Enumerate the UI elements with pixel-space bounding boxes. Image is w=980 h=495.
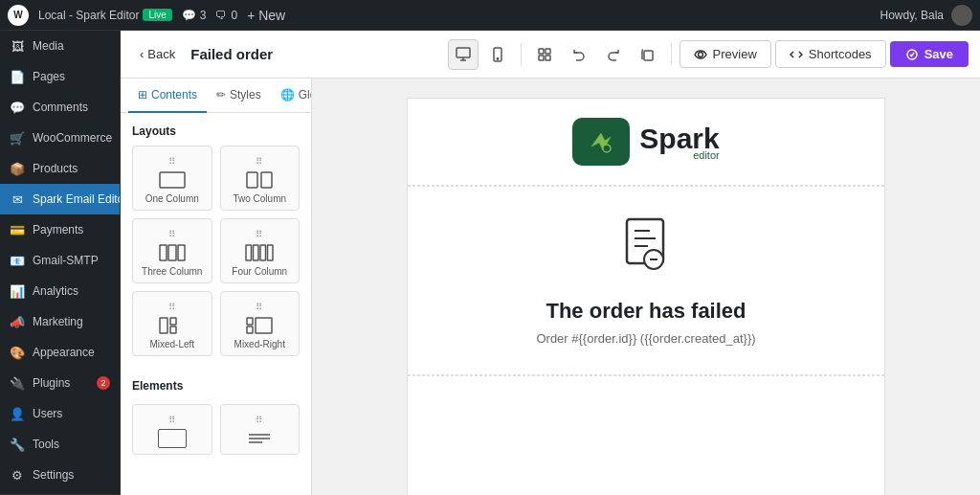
element-item-1[interactable]: ⠿ <box>132 404 212 455</box>
svg-rect-23 <box>170 318 176 325</box>
sidebar-item-label: Analytics <box>33 284 78 298</box>
order-failed-title: The order has failed <box>546 299 746 324</box>
sidebar-item-woocommerce[interactable]: 🛒 WooCommerce <box>0 123 120 153</box>
sidebar-item-gmail-smtp[interactable]: 📧 Gmail-SMTP <box>0 245 120 276</box>
sidebar-item-media[interactable]: 🖼 Media <box>0 31 120 61</box>
admin-bar-revisions[interactable]: 🗨 0 <box>215 9 237 22</box>
order-failed-subtitle: Order #{{order.id}} ({{order.created_at}… <box>536 331 755 346</box>
layout-three-column-label: Three Column <box>142 266 202 277</box>
spark-logo-icon <box>572 118 630 166</box>
email-canvas: Spark editor <box>407 98 885 495</box>
admin-bar-comments[interactable]: 💬 3 <box>182 9 207 22</box>
sidebar-item-tools[interactable]: 🔧 Tools <box>0 429 120 460</box>
sidebar-item-label: WooCommerce <box>33 131 112 145</box>
plugins-badge: 2 <box>97 376 110 390</box>
layouts-section-title: Layouts <box>121 113 311 146</box>
layout-one-column[interactable]: ⠿ One Column <box>132 146 212 211</box>
layout-two-column[interactable]: ⠿ Two Column <box>220 146 301 211</box>
sidebar-item-settings[interactable]: ⚙ Settings <box>0 460 120 490</box>
tab-label: Styles <box>230 88 261 101</box>
site-name: Local - Spark Editor Live <box>38 9 172 22</box>
back-label: Back <box>147 47 175 61</box>
sidebar-item-label: Spark Email Editor Pro <box>33 192 121 206</box>
plugins-icon: 🔌 <box>10 375 25 391</box>
layout-grid: ⠿ One Column ⠿ Two Column ⠿ Three C <box>121 146 311 368</box>
site-name-text: Local - Spark Editor <box>38 9 139 22</box>
sidebar-item-marketing[interactable]: 📣 Marketing <box>0 306 120 337</box>
toolbar-icons: Preview Shortcodes Save <box>448 39 969 70</box>
howdy-label: Howdy, Bala <box>880 9 944 22</box>
sidebar-item-appearance[interactable]: 🎨 Appearance <box>0 337 120 368</box>
sidebar-item-plugins[interactable]: 🔌 Plugins 2 <box>0 368 120 398</box>
sidebar-item-label: Media <box>33 39 64 53</box>
shortcodes-button[interactable]: Shortcodes <box>775 40 886 68</box>
shortcodes-label: Shortcodes <box>809 47 872 61</box>
products-icon: 📦 <box>10 161 25 176</box>
element-item-2[interactable]: ⠿ <box>220 404 301 455</box>
layout-four-column[interactable]: ⠿ Four Column <box>220 218 301 283</box>
sidebar-item-label: Gmail-SMTP <box>33 254 99 267</box>
preview-button[interactable]: Preview <box>679 40 771 68</box>
sidebar-item-analytics[interactable]: 📊 Analytics <box>0 276 120 306</box>
layout-three-column[interactable]: ⠿ Three Column <box>132 218 212 283</box>
tab-contents[interactable]: ⊞ Contents <box>128 79 207 113</box>
four-column-icon <box>245 243 274 262</box>
three-column-icon <box>158 243 187 262</box>
sidebar-item-label: Products <box>33 162 78 175</box>
sidebar-item-payments[interactable]: 💳 Payments <box>0 214 120 245</box>
svg-rect-12 <box>160 172 185 188</box>
tab-label: Contents <box>151 88 197 101</box>
layout-one-column-label: One Column <box>145 193 199 204</box>
sidebar-item-users[interactable]: 👤 Users <box>0 398 120 429</box>
global-icon: 🌐 <box>280 88 295 101</box>
contents-icon: ⊞ <box>138 88 147 101</box>
copy-button[interactable] <box>633 39 663 70</box>
redo-button[interactable] <box>598 39 629 70</box>
elements-grid: ⠿ ⠿ <box>121 404 311 466</box>
save-button[interactable]: Save <box>890 41 969 67</box>
main-wrapper: 🖼 Media 📄 Pages 💬 Comments 🛒 WooCommerce… <box>0 31 980 495</box>
gmail-icon: 📧 <box>10 253 25 268</box>
svg-rect-27 <box>256 318 272 333</box>
admin-bar-right: Howdy, Bala <box>880 5 972 26</box>
page-title: Failed order <box>190 46 439 62</box>
svg-point-31 <box>603 145 611 152</box>
desktop-view-button[interactable] <box>448 39 479 70</box>
spark-email-icon: ✉ <box>10 191 25 207</box>
media-icon: 🖼 <box>10 38 25 54</box>
svg-rect-9 <box>644 51 653 60</box>
canvas-area: Spark editor <box>312 79 980 495</box>
svg-point-10 <box>698 52 702 56</box>
comment-icon: 💬 <box>182 9 196 22</box>
svg-rect-17 <box>178 245 185 260</box>
sidebar-item-label: Comments <box>33 101 88 114</box>
marketing-icon: 📣 <box>10 314 25 329</box>
back-button[interactable]: ‹ Back <box>132 43 183 65</box>
tab-global[interactable]: 🌐 Global <box>271 79 312 113</box>
sidebar-item-pages[interactable]: 📄 Pages <box>0 61 120 92</box>
tab-styles[interactable]: ✏ Styles <box>207 79 271 113</box>
layout-two-column-label: Two Column <box>233 193 286 204</box>
sidebar-item-comments[interactable]: 💬 Comments <box>0 92 120 123</box>
comment-count: 3 <box>200 9 207 22</box>
undo-button[interactable] <box>564 39 594 70</box>
svg-rect-8 <box>546 56 550 60</box>
layout-mixed-right[interactable]: ⠿ Mixed-Right <box>220 291 301 356</box>
layout-four-column-label: Four Column <box>232 266 287 277</box>
sidebar-item-spark-email-editor[interactable]: ✉ Spark Email Editor Pro <box>0 184 120 214</box>
new-label: + New <box>247 8 285 23</box>
save-label: Save <box>924 47 953 61</box>
svg-rect-7 <box>539 56 544 60</box>
svg-rect-5 <box>539 49 544 54</box>
mobile-view-button[interactable] <box>482 39 513 70</box>
layout-mixed-left[interactable]: ⠿ Mixed-Left <box>132 291 212 356</box>
new-content-button[interactable]: + New <box>247 8 285 23</box>
back-arrow-icon: ‹ <box>140 47 144 61</box>
sidebar-item-products[interactable]: 📦 Products <box>0 153 120 184</box>
svg-rect-21 <box>268 245 274 260</box>
svg-rect-26 <box>247 326 253 333</box>
some-action-button-1[interactable] <box>529 39 560 70</box>
wp-logo-icon: W <box>8 5 29 26</box>
users-icon: 👤 <box>10 406 25 421</box>
mixed-right-icon <box>245 316 274 335</box>
